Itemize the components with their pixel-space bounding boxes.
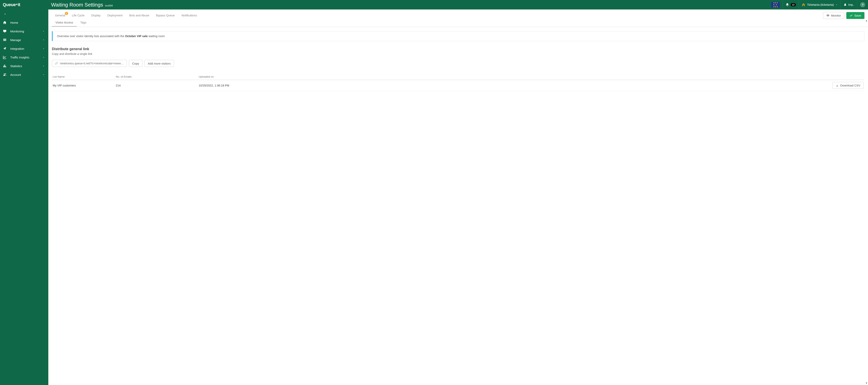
cell-uploaded-on: 10/25/2022, 1:36:18 PM bbox=[199, 84, 824, 87]
impersonate-label: Imp.. bbox=[848, 3, 855, 6]
button-label: Add more visitors bbox=[148, 62, 170, 65]
incognito-icon bbox=[802, 3, 805, 7]
chevron-down-icon bbox=[42, 48, 45, 50]
brand-logo[interactable]: Queueit bbox=[0, 2, 48, 7]
button-label: Save bbox=[855, 14, 861, 17]
button-label: Copy bbox=[132, 62, 139, 65]
page-title-area: Waiting Room Settings test999 bbox=[48, 2, 768, 8]
col-header-uploaded: Uploaded on bbox=[199, 75, 824, 78]
banner-suffix: waiting room bbox=[148, 34, 165, 38]
sidebar-item-label: Traffic Insights bbox=[10, 56, 39, 59]
button-label: Monitor bbox=[831, 14, 841, 17]
tab-label: Notifications bbox=[182, 14, 197, 17]
col-header-name: List Name bbox=[53, 75, 116, 78]
chart-bar-icon bbox=[3, 64, 7, 68]
button-label: Download CSV bbox=[840, 84, 860, 87]
subtab-tags[interactable]: Tags bbox=[77, 19, 90, 27]
copy-button[interactable]: Copy bbox=[129, 60, 143, 67]
notification-count: 13 bbox=[791, 3, 796, 6]
secondary-tabs: Visitor Access Tags bbox=[48, 19, 868, 27]
sidebar-item-account[interactable]: Account bbox=[0, 70, 48, 79]
banner-prefix: Overview over visitor identity lists ass… bbox=[57, 34, 125, 38]
notifications-button[interactable]: 13 bbox=[783, 0, 799, 9]
tab-label: Display bbox=[91, 14, 101, 17]
help-button[interactable]: ? bbox=[857, 0, 868, 9]
sidebar-item-manage[interactable]: Manage bbox=[0, 35, 48, 44]
location-arrow-icon bbox=[3, 47, 7, 51]
sidebar-item-traffic-insights[interactable]: Traffic Insights bbox=[0, 53, 48, 62]
tab-badge: 1 bbox=[65, 12, 68, 15]
user-plus-icon bbox=[843, 3, 847, 6]
scroll-down-arrow[interactable]: ▼ bbox=[865, 382, 868, 384]
scroll-up-arrow[interactable]: ▲ bbox=[865, 19, 868, 22]
help-icon: ? bbox=[860, 2, 865, 7]
tab-general[interactable]: General 1 bbox=[52, 12, 68, 19]
tab-bots-and-abuse[interactable]: Bots and Abuse bbox=[126, 12, 153, 19]
tab-deployment[interactable]: Deployment bbox=[104, 12, 126, 19]
tab-label: General bbox=[55, 14, 65, 17]
cell-email-count: 214 bbox=[116, 84, 199, 87]
check-icon bbox=[850, 14, 853, 17]
sidebar-item-label: Integration bbox=[10, 47, 39, 50]
col-header-emails: No. of Emails bbox=[116, 75, 199, 78]
download-icon bbox=[836, 84, 839, 87]
main-content: ▲ ▼ General 1 Life Cycle Display Deploym… bbox=[48, 9, 868, 385]
tab-notifications[interactable]: Notifications bbox=[178, 12, 200, 19]
sidebar-item-label: Monitoring bbox=[10, 30, 39, 33]
sidebar-item-label: Manage bbox=[10, 38, 39, 42]
home-icon bbox=[3, 21, 7, 25]
sidebar-item-statistics[interactable]: Statistics bbox=[0, 62, 48, 70]
subtab-label: Tags bbox=[80, 21, 86, 24]
sidebar-collapse-button[interactable] bbox=[0, 11, 48, 18]
sidebar-item-label: Statistics bbox=[10, 64, 39, 68]
general-link-field[interactable]: ninetronics.queue-it.net/?c=ninetronics&… bbox=[52, 60, 127, 67]
visitor-lists-table: List Name No. of Emails Uploaded on My V… bbox=[52, 73, 864, 91]
chevron-down-icon bbox=[42, 56, 45, 58]
save-button[interactable]: Save bbox=[846, 12, 864, 19]
table-row: My VIP customers 214 10/25/2022, 1:36:18… bbox=[52, 80, 864, 91]
subtab-visitor-access[interactable]: Visitor Access bbox=[52, 19, 77, 27]
add-more-visitors-button[interactable]: Add more visitors bbox=[145, 60, 174, 67]
list-icon bbox=[3, 38, 7, 42]
users-icon bbox=[3, 73, 7, 77]
subtab-label: Visitor Access bbox=[56, 21, 73, 24]
tab-bypass-queue[interactable]: Bypass Queue bbox=[153, 12, 178, 19]
link-icon bbox=[55, 62, 58, 65]
tab-label: Deployment bbox=[107, 14, 123, 17]
desktop-icon bbox=[3, 29, 7, 33]
account-menu[interactable]: Ticketania (ticketania) bbox=[799, 0, 841, 9]
chevron-down-icon bbox=[42, 39, 45, 41]
sidebar-item-label: Home bbox=[10, 21, 45, 24]
eu-flag-icon: ★ ★ ★★ ★★ ★ ★ bbox=[771, 2, 780, 8]
topbar: Queueit Waiting Room Settings test999 ★ … bbox=[0, 0, 868, 9]
chevron-down-icon bbox=[835, 4, 838, 6]
chevron-left-icon bbox=[4, 12, 6, 16]
region-flag[interactable]: ★ ★ ★★ ★★ ★ ★ bbox=[768, 0, 782, 9]
tab-display[interactable]: Display bbox=[88, 12, 104, 19]
section-desc: Copy and distribute a single link bbox=[52, 52, 864, 56]
tab-label: Bypass Queue bbox=[156, 14, 175, 17]
eye-icon bbox=[826, 14, 830, 17]
chart-line-icon bbox=[3, 55, 7, 59]
chevron-down-icon bbox=[42, 73, 45, 76]
monitor-button[interactable]: Monitor bbox=[823, 12, 844, 19]
sidebar-item-home[interactable]: Home bbox=[0, 18, 48, 27]
primary-tabs: General 1 Life Cycle Display Deployment … bbox=[52, 12, 822, 19]
impersonate-button[interactable]: Imp.. bbox=[841, 0, 857, 9]
top-actions: ★ ★ ★★ ★★ ★ ★ 13 Ticketania (ticketania) bbox=[768, 0, 868, 9]
section-title: Distribute general link bbox=[52, 47, 864, 51]
link-value: ninetronics.queue-it.net/?c=ninetronics&… bbox=[60, 62, 124, 65]
tab-life-cycle[interactable]: Life Cycle bbox=[69, 12, 88, 19]
bell-icon bbox=[785, 3, 789, 6]
info-banner: Overview over visitor identity lists ass… bbox=[52, 31, 864, 41]
banner-bold: October VIP sale bbox=[125, 34, 148, 38]
download-csv-button[interactable]: Download CSV bbox=[833, 82, 864, 89]
sidebar-item-integration[interactable]: Integration bbox=[0, 44, 48, 53]
page-title: Waiting Room Settings bbox=[51, 2, 103, 8]
chevron-down-icon bbox=[42, 30, 45, 32]
table-header: List Name No. of Emails Uploaded on bbox=[52, 73, 864, 80]
sidebar-item-label: Account bbox=[10, 73, 39, 77]
sidebar-item-monitoring[interactable]: Monitoring bbox=[0, 27, 48, 35]
chevron-down-icon bbox=[42, 65, 45, 67]
tab-label: Bots and Abuse bbox=[129, 14, 149, 17]
